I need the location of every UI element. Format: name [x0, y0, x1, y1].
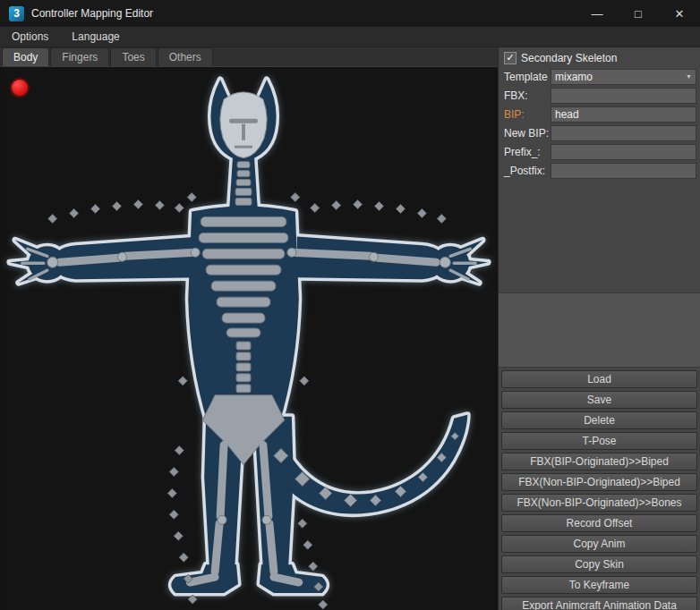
fbx-label: FBX: — [504, 89, 551, 102]
prefix-label: Prefix_: — [504, 146, 551, 158]
fbx-row: FBX: — [499, 86, 700, 105]
postfix-row: _Postfix: — [499, 161, 700, 180]
template-label: Template — [504, 71, 551, 83]
menu-options[interactable]: Options — [0, 27, 60, 47]
fbx-input[interactable] — [551, 88, 696, 104]
fbx-bip-originated-to-biped-button[interactable]: FBX(BIP-Originated)>>Biped — [501, 453, 697, 470]
window-title: Controller Mapping Editor — [31, 7, 153, 20]
bip-row: BIP: — [499, 105, 700, 123]
prefix-input[interactable] — [551, 144, 696, 160]
left-pane: Body Fingers Toes Others — [0, 47, 498, 610]
skeleton-viewport[interactable] — [0, 66, 498, 610]
maximize-icon: □ — [635, 7, 642, 21]
new-bip-input[interactable] — [551, 125, 696, 141]
tab-body[interactable]: Body — [2, 47, 49, 66]
secondary-skeleton-row: ✓ Secondary Skeleton — [499, 47, 700, 67]
postfix-input[interactable] — [551, 163, 696, 179]
minimize-button[interactable]: — — [576, 0, 618, 27]
record-offset-button[interactable]: Record Offset — [501, 514, 697, 532]
bip-label: BIP: — [504, 108, 551, 121]
template-selected-value: mixamo — [555, 71, 593, 83]
chevron-down-icon: ▼ — [686, 73, 692, 80]
secondary-skeleton-checkbox[interactable]: ✓ — [504, 52, 516, 64]
secondary-skeleton-label: Secondary Skeleton — [521, 52, 617, 64]
bip-input[interactable] — [551, 106, 696, 123]
window-controls: — □ ✕ — [576, 0, 700, 27]
delete-button[interactable]: Delete — [501, 411, 697, 429]
save-button[interactable]: Save — [501, 391, 697, 409]
action-buttons: Load Save Delete T-Pose FBX(BIP-Originat… — [499, 368, 700, 610]
new-bip-label: New BIP: — [504, 127, 551, 140]
tab-toes[interactable]: Toes — [110, 47, 156, 66]
load-button[interactable]: Load — [501, 370, 697, 388]
title-bar: 3 Controller Mapping Editor — □ ✕ — [0, 0, 700, 27]
template-dropdown[interactable]: mixamo ▼ — [551, 69, 696, 85]
fbx-non-bip-originated-to-bones-button[interactable]: FBX(Non-BIP-Originated)>>Bones — [501, 494, 697, 512]
right-panel: ✓ Secondary Skeleton Template mixamo ▼ F… — [498, 47, 700, 610]
copy-anim-button[interactable]: Copy Anim — [501, 535, 697, 553]
record-button[interactable] — [10, 78, 30, 97]
to-keyframe-button[interactable]: To Keyframe — [501, 576, 697, 594]
maximize-button[interactable]: □ — [618, 0, 659, 27]
tab-bar: Body Fingers Toes Others — [0, 47, 498, 66]
mapping-list-panel[interactable] — [499, 292, 700, 368]
menu-bar: Options Language — [0, 27, 700, 47]
app-icon: 3 — [9, 6, 24, 21]
export-animcraft-animation-data-button[interactable]: Export Animcraft Animation Data — [501, 597, 697, 610]
tab-others[interactable]: Others — [158, 47, 213, 66]
close-button[interactable]: ✕ — [659, 0, 700, 27]
fbx-non-bip-originated-to-biped-button[interactable]: FBX(Non-BIP-Originated)>>Biped — [501, 473, 697, 491]
template-row: Template mixamo ▼ — [499, 67, 700, 86]
minimize-icon: — — [592, 7, 603, 21]
menu-language[interactable]: Language — [60, 27, 131, 47]
t-pose-button[interactable]: T-Pose — [501, 432, 697, 450]
tab-fingers[interactable]: Fingers — [50, 47, 109, 66]
new-bip-row: New BIP: — [499, 123, 700, 142]
close-icon: ✕ — [675, 7, 685, 21]
copy-skin-button[interactable]: Copy Skin — [501, 555, 697, 573]
panel-spacer — [499, 180, 700, 292]
main-content: Body Fingers Toes Others — [0, 47, 700, 610]
character-skeleton-graphic — [0, 67, 498, 610]
prefix-row: Prefix_: — [499, 142, 700, 161]
controller-mapping-editor-window: 3 Controller Mapping Editor — □ ✕ Option… — [0, 0, 700, 610]
postfix-label: _Postfix: — [504, 165, 551, 177]
